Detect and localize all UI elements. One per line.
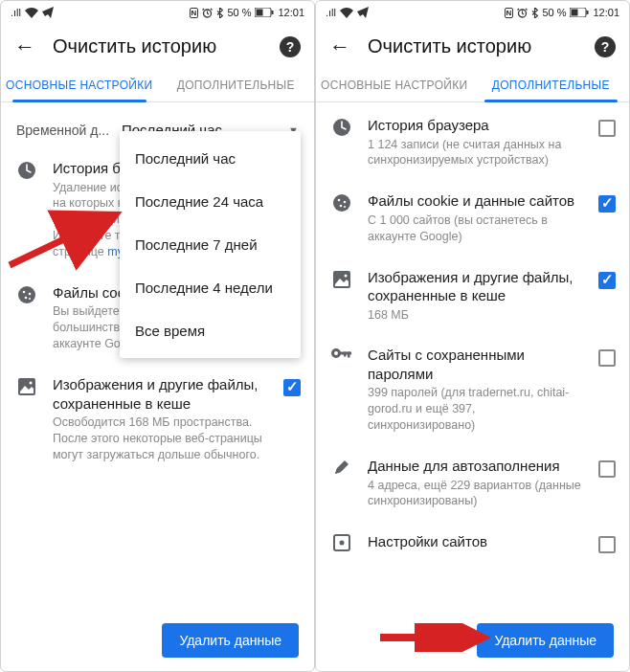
tab-advanced[interactable]: ДОПОЛНИТЕЛЬНЫЕ	[473, 67, 630, 101]
image-icon	[329, 268, 354, 289]
content: История браузера 1 124 записи (не считая…	[316, 102, 629, 671]
signal-icon: .ıll	[11, 7, 21, 18]
item-title: Сайты с сохраненными паролями	[368, 346, 585, 383]
svg-point-22	[344, 206, 346, 208]
clock: 12:01	[593, 7, 619, 18]
svg-point-31	[340, 541, 345, 546]
key-icon	[329, 346, 354, 359]
status-bar: .ıll N 50 % 12:01	[1, 1, 314, 24]
back-icon[interactable]: ←	[14, 36, 35, 57]
list-item-cookies[interactable]: Файлы cookie и данные сайтов С 1 000 сай…	[316, 180, 629, 256]
image-icon	[14, 375, 39, 396]
checkbox[interactable]	[598, 460, 616, 478]
svg-point-7	[29, 293, 32, 296]
delete-button[interactable]: Удалить данные	[162, 623, 299, 658]
list-item-images[interactable]: Изображения и другие файлы, сохраненные …	[316, 257, 629, 335]
bluetooth-icon	[531, 8, 538, 18]
item-sub: С 1 000 сайтов (вы останетесь в аккаунте…	[368, 213, 585, 245]
svg-point-24	[345, 274, 348, 277]
dropdown-option[interactable]: Все время	[120, 309, 301, 352]
item-title: Изображения и другие файлы, сохраненные …	[53, 375, 270, 413]
dropdown-option[interactable]: Последние 4 недели	[120, 266, 301, 309]
svg-rect-29	[344, 352, 347, 357]
signal-icon: .ıll	[326, 7, 336, 18]
telegram-icon	[357, 7, 369, 18]
status-left: .ıll	[326, 7, 369, 18]
alarm-icon	[202, 8, 213, 18]
wifi-icon	[25, 8, 38, 18]
checkbox[interactable]	[598, 536, 616, 553]
svg-point-20	[344, 201, 347, 204]
alarm-icon	[517, 8, 528, 18]
svg-point-5	[18, 286, 35, 303]
bluetooth-icon	[216, 8, 223, 18]
item-sub: 4 адреса, ещё 229 вариантов (данные синх…	[368, 478, 585, 510]
svg-point-6	[23, 291, 26, 294]
nfc-icon: N	[190, 8, 199, 18]
dropdown-option[interactable]: Последние 7 дней	[120, 223, 301, 266]
battery-icon	[255, 8, 274, 17]
item-title: Изображения и другие файлы, сохраненные …	[368, 268, 585, 305]
battery-icon	[570, 8, 589, 17]
svg-point-8	[25, 297, 28, 300]
dropdown-option[interactable]: Последние 24 часа	[120, 180, 301, 223]
phone-left: .ıll N 50 % 12:01 ← Очистить историю	[0, 0, 315, 672]
header: ← Очистить историю ?	[316, 24, 629, 67]
status-right: N 50 % 12:01	[190, 7, 304, 18]
tab-basic[interactable]: ОСНОВНЫЕ НАСТРОЙКИ	[316, 67, 473, 101]
pencil-icon	[329, 457, 354, 476]
battery-percent: 50 %	[542, 7, 566, 18]
list-item-autofill[interactable]: Данные для автозаполнения 4 адреса, ещё …	[316, 445, 629, 521]
time-range-label: Временной д...	[16, 123, 122, 138]
svg-rect-3	[272, 11, 274, 14]
help-icon[interactable]: ?	[595, 36, 616, 57]
delete-button[interactable]: Удалить данные	[477, 623, 614, 658]
item-title: Файлы cookie и данные сайтов	[368, 191, 585, 211]
tabs: ОСНОВНЫЕ НАСТРОЙКИ ДОПОЛНИТЕЛЬНЫЕ	[316, 67, 629, 102]
status-bar: .ıll N 50 % 12:01	[316, 1, 629, 24]
header: ← Очистить историю ?	[1, 24, 314, 67]
svg-rect-15	[572, 10, 578, 16]
checkbox[interactable]	[598, 195, 616, 213]
list-item-passwords[interactable]: Сайты с сохраненными паролями 399 пароле…	[316, 334, 629, 445]
list-item-site-settings[interactable]: Настройки сайтов	[316, 521, 629, 557]
status-left: .ıll	[11, 7, 54, 18]
dropdown-option[interactable]: Последний час	[120, 137, 301, 180]
battery-percent: 50 %	[227, 7, 251, 18]
checkbox[interactable]	[598, 349, 616, 367]
list-item-images[interactable]: Изображения и другие файлы, сохраненные …	[1, 364, 314, 475]
list-item-history[interactable]: История браузера 1 124 записи (не считая…	[316, 104, 629, 180]
settings-icon	[329, 532, 354, 551]
tab-basic[interactable]: ОСНОВНЫЕ НАСТРОЙКИ	[1, 67, 158, 101]
time-range-dropdown: Последний час Последние 24 часа Последни…	[120, 131, 301, 358]
item-title: Данные для автозаполнения	[368, 457, 585, 476]
cookie-icon	[14, 283, 39, 304]
item-title: История браузера	[368, 116, 585, 135]
svg-point-26	[334, 351, 338, 355]
nfc-icon: N	[505, 8, 514, 18]
svg-point-11	[30, 382, 33, 385]
wifi-icon	[340, 8, 353, 18]
back-icon[interactable]: ←	[329, 36, 350, 57]
annotation-arrow-icon	[5, 208, 129, 275]
tabs: ОСНОВНЫЕ НАСТРОЙКИ ДОПОЛНИТЕЛЬНЫЕ	[1, 67, 314, 102]
history-icon	[329, 116, 354, 137]
help-icon[interactable]: ?	[280, 36, 301, 57]
item-title: Настройки сайтов	[368, 532, 585, 551]
checkbox[interactable]	[598, 120, 616, 137]
svg-point-9	[29, 298, 31, 300]
svg-rect-2	[257, 10, 263, 16]
svg-line-12	[10, 217, 110, 265]
telegram-icon	[42, 7, 54, 18]
svg-point-19	[338, 199, 341, 202]
item-sub: 399 паролей (для tradernet.ru, chitai-go…	[368, 385, 585, 434]
checkbox[interactable]	[598, 272, 616, 289]
tab-advanced[interactable]: ДОПОЛНИТЕЛЬНЫЕ	[158, 67, 315, 101]
svg-rect-28	[348, 352, 350, 358]
page-title: Очистить историю	[53, 35, 262, 57]
svg-rect-16	[587, 11, 589, 14]
item-sub: Освободится 168 МБ пространства. После э…	[53, 414, 270, 463]
clock: 12:01	[278, 7, 304, 18]
page-title: Очистить историю	[368, 35, 577, 57]
checkbox[interactable]	[283, 379, 301, 396]
